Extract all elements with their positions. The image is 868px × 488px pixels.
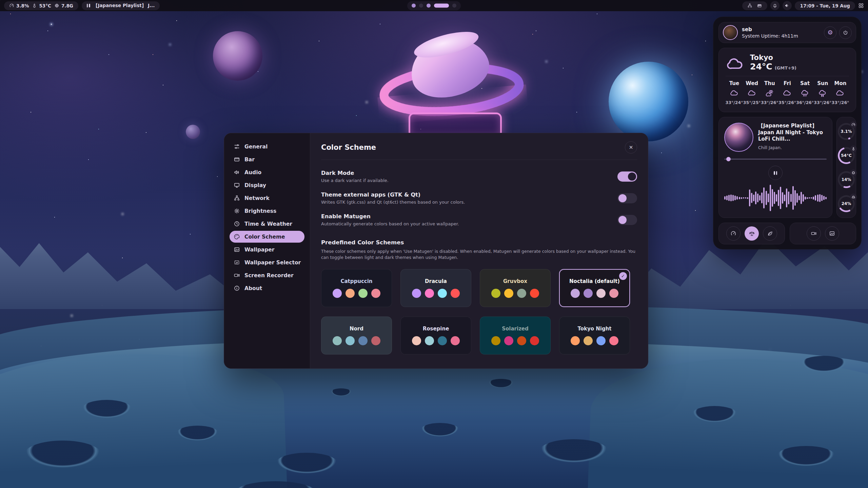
scheme-card-solarized[interactable]: Solarized <box>480 317 551 354</box>
screen-recorder-button[interactable] <box>807 226 821 241</box>
settings-button[interactable]: ⚙ <box>824 26 836 39</box>
sidebar-item-network[interactable]: Network <box>230 192 304 204</box>
color-swatch <box>371 289 380 298</box>
scheme-card-dracula[interactable]: Dracula <box>400 269 471 307</box>
crater <box>331 388 352 396</box>
wallpaper-button[interactable] <box>825 226 839 241</box>
disk-icon <box>850 194 857 200</box>
sun-cloud-icon <box>765 89 774 98</box>
sidebar-item-about[interactable]: About <box>230 282 304 294</box>
dark-mode-toggle[interactable] <box>617 171 637 182</box>
crater <box>275 453 338 474</box>
color-swatch <box>425 289 434 298</box>
sidebar-item-wallpaper-selector[interactable]: Wallpaper Selector <box>230 257 304 268</box>
color-swatch <box>609 336 618 345</box>
workspace-dot-active[interactable] <box>434 4 449 8</box>
color-swatch <box>358 289 368 298</box>
scheme-card-catppuccin[interactable]: Catppuccin <box>321 269 392 307</box>
sidebar-item-label: About <box>244 285 262 291</box>
close-button[interactable]: ✕ <box>625 141 637 154</box>
color-swatch <box>425 336 434 345</box>
workspace-dot[interactable] <box>412 4 416 8</box>
color-swatch <box>571 289 580 298</box>
media-pill[interactable]: 【Japanese Playlist】 J... <box>82 1 160 10</box>
network-icon[interactable] <box>747 3 752 8</box>
scheme-name: Noctalia (default) <box>569 278 620 284</box>
notifications-button[interactable] <box>770 1 780 10</box>
sidebar-item-general[interactable]: General <box>230 141 304 152</box>
sidebar-item-brightness[interactable]: Brightness <box>230 205 304 217</box>
workspace-dot[interactable] <box>419 4 423 8</box>
media-progress-bar[interactable] <box>724 157 827 161</box>
media-title: 【Japanese Playlist】 Japan All Night - To… <box>758 123 827 143</box>
scheme-card-nord[interactable]: Nord <box>321 317 392 354</box>
sidebar-item-label: Network <box>244 195 270 201</box>
scheme-name: Catppuccin <box>340 278 372 284</box>
audio-icon <box>234 169 240 176</box>
temperature-gauge: 54°C <box>838 147 855 164</box>
sidebar-item-label: Display <box>244 182 266 188</box>
color-swatch <box>358 336 368 345</box>
enable-matugen-row: Enable Matugen Automatically generate co… <box>321 213 637 226</box>
sidebar-item-label: Brightness <box>244 208 276 214</box>
small-planet <box>186 125 200 139</box>
sidebar-item-label: Wallpaper Selector <box>244 260 301 266</box>
sidebar-item-time-weather[interactable]: Time & Weather <box>230 218 304 230</box>
color-swatch <box>517 336 526 345</box>
play-pause-button[interactable] <box>768 166 783 180</box>
album-art[interactable] <box>724 123 753 152</box>
sidebar-item-color-scheme[interactable]: Color Scheme <box>230 231 304 243</box>
theme-external-apps-toggle[interactable] <box>617 193 637 203</box>
enable-matugen-toggle[interactable] <box>617 215 637 225</box>
section-description: These color schemes only apply when 'Use… <box>321 248 637 260</box>
workspace-dot[interactable] <box>452 4 456 8</box>
system-stats-pill[interactable]: 3.8% 53°C 7.8G <box>4 1 78 10</box>
crater <box>420 423 459 437</box>
user-card: seb System Uptime: 4h11m ⚙ <box>718 22 856 43</box>
divider <box>321 160 637 160</box>
video-camera-icon <box>811 230 817 237</box>
sidebar-item-audio[interactable]: Audio <box>230 166 304 178</box>
crater <box>81 400 132 419</box>
workspace-indicator[interactable] <box>407 1 461 10</box>
weather-city: Tokyo <box>750 54 796 62</box>
cloud-icon <box>783 89 792 98</box>
scheme-name: Dracula <box>425 278 447 284</box>
cloud-icon <box>730 89 739 98</box>
clock-pill[interactable]: 17:09 - Tue, 19 Aug <box>795 1 855 10</box>
scheme-card-noctalia-default[interactable]: ✓ Noctalia (default) <box>559 269 630 307</box>
color-swatch <box>371 336 380 345</box>
sidebar-item-display[interactable]: Display <box>230 179 304 191</box>
scheme-card-gruvbox[interactable]: Gruvbox <box>480 269 551 307</box>
gauge-icon <box>730 230 736 237</box>
scheme-card-tokyo-night[interactable]: Tokyo Night <box>559 317 630 354</box>
power-button[interactable] <box>839 26 852 39</box>
thermometer-icon <box>32 3 37 8</box>
pause-icon <box>87 4 90 7</box>
progress-knob[interactable] <box>726 157 731 161</box>
balanced-profile-button[interactable] <box>745 226 759 241</box>
color-swatch <box>609 289 618 298</box>
sidebar-item-label: Audio <box>244 169 261 176</box>
divider <box>726 76 849 76</box>
wallpaper-icon[interactable] <box>757 3 762 8</box>
crater <box>800 356 848 373</box>
crater <box>692 406 737 423</box>
volume-button[interactable] <box>783 1 792 10</box>
forecast-day: Fri 35°/26° <box>778 80 796 105</box>
sidebar-item-label: Wallpaper <box>244 247 274 253</box>
close-icon: ✕ <box>629 144 633 150</box>
apps-grid-icon[interactable] <box>858 3 864 8</box>
power-saver-profile-button[interactable] <box>763 226 777 241</box>
performance-profile-button[interactable] <box>726 226 741 241</box>
color-swatch <box>451 289 460 298</box>
system-uptime: System Uptime: 4h11m <box>742 33 798 39</box>
sidebar-item-screen-recorder[interactable]: Screen Recorder <box>230 269 304 281</box>
sidebar-item-bar[interactable]: Bar <box>230 154 304 165</box>
weather-forecast: Tue 33°/24° Wed 35°/25° Thu 33°/26° Fri … <box>726 80 849 105</box>
media-subtitle: Chill Japan. <box>758 145 827 150</box>
scheme-card-rosepine[interactable]: Rosepine <box>400 317 471 354</box>
sidebar-item-wallpaper[interactable]: Wallpaper <box>230 244 304 256</box>
avatar[interactable] <box>723 25 738 40</box>
workspace-dot[interactable] <box>427 4 431 8</box>
